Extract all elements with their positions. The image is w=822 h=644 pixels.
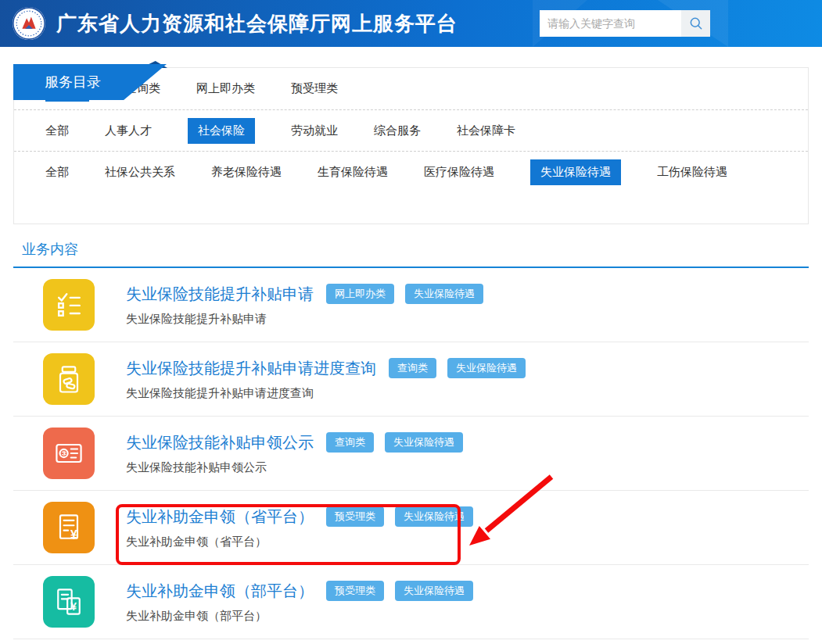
gdhrss-emblem-icon [11,5,47,41]
search-bar [540,10,710,37]
service-category-badge: 失业保险待遇 [395,581,473,601]
filter-option[interactable]: 人事人才 [105,123,152,138]
filter-row-category: 全部 人事人才 社会保险 劳动就业 综合服务 社会保障卡 [14,109,808,151]
filter-option[interactable]: 医疗保险待遇 [424,165,494,180]
service-category-badge: 失业保险待遇 [395,506,473,527]
service-title-link[interactable]: 失业保险技能提升补贴申请进度查询 [126,358,376,379]
service-title-link[interactable]: 失业补助金申领（省平台） [126,506,314,528]
service-title-link[interactable]: 失业保险技能补贴申领公示 [126,432,314,453]
search-button[interactable] [681,10,710,37]
filter-option[interactable]: 预受理类 [291,81,338,96]
filter-option[interactable]: 社会保险 [188,118,255,144]
badge-group: 查询类 失业保险待遇 [389,358,526,378]
service-type-badge: 查询类 [389,358,436,378]
svg-text:¥: ¥ [70,601,77,613]
service-description: 失业保险技能提升补贴申请进度查询 [126,386,526,401]
filter-option[interactable]: 全部 [45,165,69,180]
document-yuan-icon: ¥ [43,502,95,553]
service-title-link[interactable]: 失业补助金申领（部平台） [126,581,314,602]
service-title-link[interactable]: 失业保险技能提升补贴申请 [126,284,314,305]
service-row-highlighted: ¥ 失业补助金申领（省平台） 预受理类 失业保险待遇 失业补助金申领（省平台） [13,491,809,565]
filter-option[interactable]: 全部 [45,123,69,138]
badge-group: 网上即办类 失业保险待遇 [326,284,483,304]
section-title: 业务内容 [22,240,809,259]
badge-group: 预受理类 失业保险待遇 [326,581,473,601]
svg-text:¥: ¥ [70,528,77,542]
service-type-badge: 预受理类 [326,581,384,601]
filter-option[interactable]: 生育保险待遇 [318,165,388,180]
search-input[interactable] [540,10,681,37]
service-row: 失业保险技能提升补贴申请进度查询 查询类 失业保险待遇 失业保险技能提升补贴申请… [13,342,809,417]
service-category-badge: 失业保险待遇 [405,284,483,304]
service-description: 失业保险技能补贴申领公示 [126,460,463,475]
service-description: 失业补助金申领（部平台） [126,609,473,624]
search-icon [688,16,704,31]
social-security-card-icon [43,428,95,479]
section-header: 业务内容 [13,224,809,268]
filter-option[interactable]: 网上即办类 [196,81,255,96]
filter-option[interactable]: 综合服务 [374,123,421,138]
filter-row-subcategory: 全部 社保公共关系 养老保险待遇 生育保险待遇 医疗保险待遇 失业保险待遇 工伤… [14,151,808,192]
documents-yuan-icon: ¥ [43,576,95,628]
page-title: 广东省人力资源和社会保障厅网上服务平台 [56,10,458,38]
service-type-badge: 预受理类 [326,506,384,527]
badge-group: 查询类 失业保险待遇 [326,432,463,453]
service-list: 失业保险技能提升补贴申请 网上即办类 失业保险待遇 失业保险技能提升补贴申请 失… [13,268,809,639]
service-catalog-panel: 服务目录 全部 查询类 网上即办类 预受理类 全部 人事人才 社会保险 劳动就业… [13,67,809,224]
service-description: 失业保险技能提升补贴申请 [126,312,483,327]
service-row: ¥ 失业补助金申领（部平台） 预受理类 失业保险待遇 失业补助金申领（部平台） [13,565,809,639]
service-type-badge: 查询类 [326,432,374,453]
filter-option[interactable]: 养老保险待遇 [211,165,282,180]
service-description: 失业补助金申领（省平台） [126,535,473,549]
medicine-bottle-icon [43,353,95,405]
filter-option[interactable]: 失业保险待遇 [530,159,621,185]
service-category-badge: 失业保险待遇 [447,358,526,378]
badge-group: 预受理类 失业保险待遇 [326,506,473,527]
service-row: 失业保险技能提升补贴申请 网上即办类 失业保险待遇 失业保险技能提升补贴申请 [13,268,809,342]
filter-option[interactable]: 工伤保险待遇 [657,165,727,180]
service-row: 失业保险技能补贴申领公示 查询类 失业保险待遇 失业保险技能补贴申领公示 [13,417,809,491]
filter-option[interactable]: 劳动就业 [291,123,338,138]
filter-option[interactable]: 社保公共关系 [105,165,175,180]
app-header: 广东省人力资源和社会保障厅网上服务平台 [0,0,822,47]
service-category-badge: 失业保险待遇 [385,432,463,453]
checklist-icon [43,279,95,331]
service-type-badge: 网上即办类 [326,284,394,304]
filter-option[interactable]: 社会保障卡 [457,123,515,138]
